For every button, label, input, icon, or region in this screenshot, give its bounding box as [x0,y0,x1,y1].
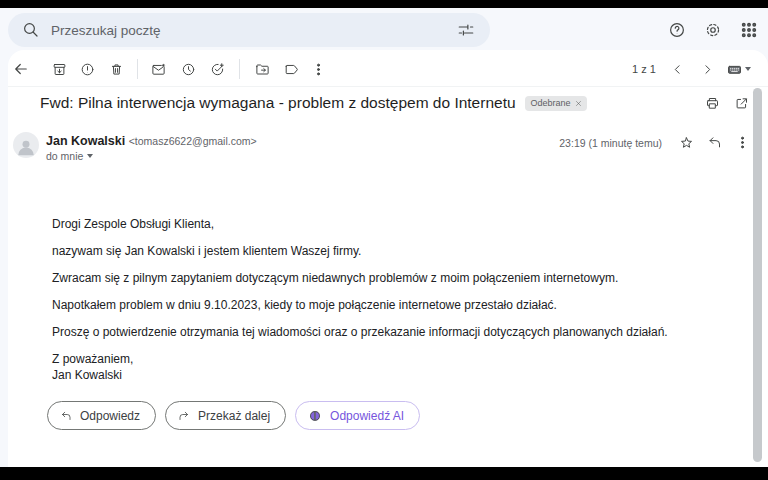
body-line: Zwracam się z pilnym zapytaniem dotycząc… [52,271,618,285]
ai-sparkle-icon [308,409,322,423]
person-icon [15,136,37,158]
star-button[interactable] [674,130,698,154]
forward-arrow-icon [178,410,190,422]
body-line: nazywam się Jan Kowalski i jestem klient… [52,244,361,258]
body-line: Z poważaniem, [52,352,133,366]
settings-button[interactable] [701,18,725,42]
search-bar[interactable] [8,13,490,47]
archive-button[interactable] [47,57,71,81]
reply-button[interactable] [702,130,726,154]
help-button[interactable] [665,18,689,42]
body-line: Napotkałem problem w dniu 9.10.2023, kie… [52,298,557,312]
keyboard-icon [727,62,742,77]
tune-icon [457,21,475,39]
back-button[interactable] [9,57,33,81]
label-icon [284,62,299,77]
show-details-button[interactable]: do mnie [46,150,93,162]
back-arrow-icon [12,60,30,78]
chevron-left-icon [670,62,685,77]
ai-reply-button[interactable]: Odpowiedź AI [295,401,420,430]
forward-action-button[interactable]: Przekaż dalej [165,401,286,430]
report-spam-button[interactable] [75,57,99,81]
labels-button[interactable] [279,57,303,81]
sender-name: Jan Kowalski [46,134,125,148]
input-tools-button[interactable] [721,57,757,81]
mail-card: 1 z 1 Fwd: Pilna interwencja wymagana - … [8,50,768,467]
newer-button[interactable] [665,57,689,81]
subject-title: Fwd: Pilna interwencja wymagana - proble… [40,94,516,112]
advanced-search-button[interactable] [454,18,478,42]
ai-reply-label: Odpowiedź AI [330,409,404,423]
caret-down-icon [87,154,93,158]
reply-action-label: Odpowiedz [80,409,140,423]
caret-down-icon [745,67,751,71]
recipient-label: do mnie [46,150,83,162]
reply-action-button[interactable]: Odpowiedz [47,401,156,430]
screen: 1 z 1 Fwd: Pilna interwencja wymagana - … [0,0,768,480]
gear-icon [704,21,722,39]
body-line: Jan Kowalski [52,368,122,382]
print-button[interactable] [700,91,724,115]
apps-button[interactable] [737,18,761,42]
printer-icon [705,96,720,111]
more-button[interactable] [306,57,330,81]
more-vert-icon [735,135,750,150]
older-button[interactable] [695,57,719,81]
search-input[interactable] [51,23,443,38]
avatar [13,132,39,158]
timestamp: 23:19 (1 minutę temu) [559,137,662,149]
toolbar-divider [239,59,240,79]
body-line: Proszę o potwierdzenie otrzymania tej wi… [52,325,668,339]
reply-arrow-icon [707,135,722,150]
reply-actions: Odpowiedz Przekaż dalej Odpowiedź AI [47,401,420,430]
mail-toolbar: 1 z 1 [8,50,768,87]
label-chip-text: Odebrane [531,98,571,108]
scrollbar[interactable] [753,88,762,462]
add-to-tasks-button[interactable] [205,57,229,81]
body-line: Drogi Zespole Obsługi Klienta, [52,217,214,231]
move-to-button[interactable] [250,57,274,81]
star-icon [679,135,694,150]
snooze-button[interactable] [176,57,200,81]
apps-grid-icon [740,21,758,39]
task-check-plus-icon [210,62,225,77]
forward-action-label: Przekaż dalej [198,409,270,423]
header-icons [665,13,761,47]
reply-arrow-icon [60,410,72,422]
toolbar-divider [137,59,138,79]
help-icon [668,21,686,39]
archive-icon [52,62,67,77]
move-folder-icon [255,62,270,77]
label-chip-odebrane[interactable]: Odebrane [525,96,587,111]
message-more-button[interactable] [730,130,754,154]
open-in-new-icon [734,96,749,111]
more-vert-icon [311,62,326,77]
remove-label-icon[interactable] [575,100,582,107]
gmail-app: 1 z 1 Fwd: Pilna interwencja wymagana - … [0,8,768,467]
clock-icon [181,62,196,77]
mark-unread-button[interactable] [146,57,170,81]
trash-icon [109,62,124,77]
sender-email: <tomasz6622@gmail.com> [129,135,257,147]
open-in-new-button[interactable] [729,91,753,115]
chevron-right-icon [700,62,715,77]
search-icon [22,21,40,39]
unread-envelope-icon [151,62,166,77]
pagination-label: 1 z 1 [632,63,656,75]
delete-button[interactable] [104,57,128,81]
report-icon [80,62,95,77]
